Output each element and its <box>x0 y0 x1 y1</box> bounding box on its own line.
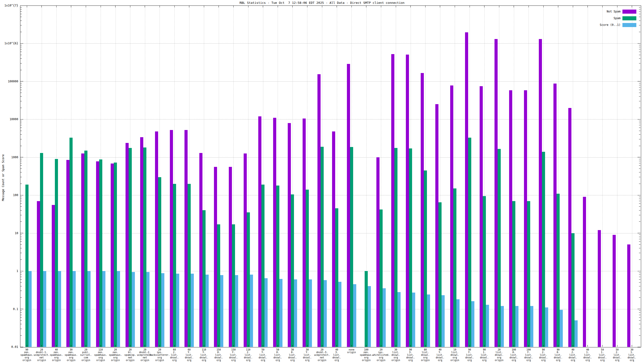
x-bottom-tick <box>425 345 426 347</box>
y-minor-tick <box>639 253 640 253</box>
y-minor-tick <box>639 199 640 199</box>
x-bottom-tick <box>528 345 529 347</box>
x-top-tick <box>292 6 292 7</box>
x-top-tick <box>632 6 632 7</box>
y-minor-tick <box>20 17 22 17</box>
y-major-tick <box>20 233 23 233</box>
y-minor-tick <box>639 131 640 131</box>
y-minor-tick <box>639 275 640 275</box>
y-minor-tick <box>639 63 640 63</box>
x-top-tick <box>248 6 248 7</box>
y-minor-tick <box>20 146 22 146</box>
y-minor-tick <box>639 197 640 197</box>
x-bottom-tick <box>499 345 499 347</box>
y-minor-tick <box>20 297 22 298</box>
y-minor-tick <box>20 20 22 21</box>
x-top-tick <box>484 6 484 7</box>
y-minor-tick <box>639 221 640 222</box>
legend-item: Not Spam <box>574 9 636 13</box>
y-minor-tick <box>639 297 640 298</box>
y-major-tick <box>638 233 640 233</box>
x-bottom-tick <box>263 345 263 347</box>
x-top-tick <box>514 6 514 7</box>
x-bottom-tick <box>248 345 248 347</box>
y-minor-tick <box>20 70 22 70</box>
y-tick-label: 1x10^{6} <box>0 42 18 45</box>
legend-swatch <box>622 23 636 27</box>
y-minor-tick <box>20 313 22 313</box>
y-minor-tick <box>20 184 22 184</box>
y-minor-tick <box>20 169 22 169</box>
y-minor-tick <box>639 90 640 90</box>
y-major-tick <box>20 119 23 119</box>
x-bottom-tick <box>336 345 337 347</box>
x-top-tick <box>381 6 381 7</box>
x-top-tick <box>218 6 219 7</box>
y-minor-tick <box>639 277 640 277</box>
y-minor-tick <box>20 177 22 177</box>
y-minor-tick <box>20 244 22 245</box>
y-major-tick <box>20 157 23 157</box>
x-top-tick <box>602 6 602 7</box>
y-minor-tick <box>20 248 22 248</box>
y-minor-tick <box>20 101 22 101</box>
x-bottom-tick <box>56 345 56 347</box>
y-minor-tick <box>20 324 22 324</box>
legend-swatch <box>622 9 636 14</box>
y-minor-tick <box>639 45 640 45</box>
x-bottom-tick <box>218 345 219 347</box>
x-tick-label: 30 1. list. dnswl. org origin <box>621 348 643 362</box>
x-top-tick <box>278 6 278 7</box>
x-bottom-tick <box>189 345 189 347</box>
y-minor-tick <box>639 329 640 329</box>
y-minor-tick <box>639 70 640 70</box>
x-top-tick <box>396 6 396 7</box>
y-minor-tick <box>639 121 640 121</box>
y-minor-tick <box>20 134 22 135</box>
y-minor-tick <box>639 315 640 315</box>
y-minor-tick <box>639 55 640 55</box>
x-bottom-tick <box>484 345 484 347</box>
y-minor-tick <box>639 172 640 172</box>
y-major-tick <box>638 81 640 81</box>
x-bottom-tick <box>573 345 573 347</box>
y-major-tick <box>638 347 640 347</box>
y-tick-label: 0.1 <box>0 307 18 311</box>
x-bottom-tick <box>307 345 308 347</box>
x-top-tick <box>352 6 352 7</box>
y-minor-tick <box>639 139 640 139</box>
y-minor-tick <box>20 7 22 7</box>
y-minor-tick <box>20 277 22 277</box>
x-bottom-tick <box>71 345 71 347</box>
y-major-tick <box>638 195 640 195</box>
y-minor-tick <box>639 161 640 161</box>
x-bottom-tick <box>558 345 558 347</box>
x-bottom-tick <box>588 345 588 347</box>
y-minor-tick <box>639 93 640 93</box>
x-top-tick <box>528 6 529 7</box>
y-major-tick <box>20 5 23 6</box>
y-minor-tick <box>639 14 640 14</box>
y-minor-tick <box>639 52 640 52</box>
y-tick-label: 10000 <box>0 118 18 121</box>
y-minor-tick <box>20 131 22 131</box>
y-minor-tick <box>20 260 22 260</box>
x-top-tick <box>115 6 116 7</box>
y-minor-tick <box>639 241 640 242</box>
y-minor-tick <box>639 336 640 336</box>
x-top-tick <box>42 6 42 7</box>
y-minor-tick <box>639 248 640 248</box>
y-minor-tick <box>639 279 640 280</box>
y-minor-tick <box>20 139 22 139</box>
y-minor-tick <box>20 197 22 197</box>
y-minor-tick <box>20 11 22 11</box>
x-bottom-tick <box>455 345 455 347</box>
y-minor-tick <box>639 47 640 47</box>
y-minor-tick <box>639 7 640 7</box>
y-major-tick <box>20 81 23 81</box>
x-bottom-tick <box>86 345 86 347</box>
y-minor-tick <box>639 128 640 128</box>
y-minor-tick <box>20 286 22 286</box>
rbl-statistics-chart: RBL Statistics - Tue Oct 7 12:58:06 EDT … <box>0 0 644 362</box>
y-minor-tick <box>20 201 22 201</box>
